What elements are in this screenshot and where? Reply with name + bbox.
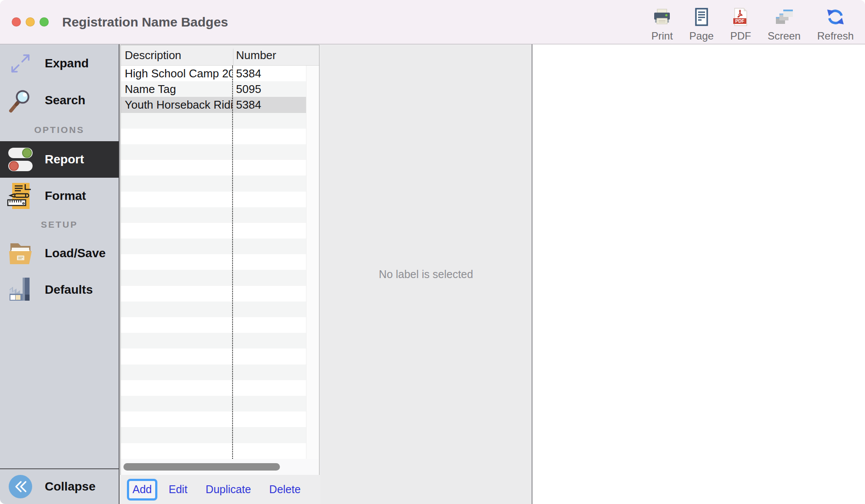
sidebar-item-label: Report: [45, 153, 84, 166]
label-list-panel: Description Number High School Camp 20..…: [120, 45, 319, 475]
table-row[interactable]: Youth Horseback Ridi... 5384: [121, 97, 306, 113]
refresh-label: Refresh: [817, 30, 854, 42]
zoom-button[interactable]: [40, 17, 49, 27]
title-bar: Registration Name Badges Print: [0, 0, 865, 44]
folder-icon: [6, 239, 35, 268]
screen-label: Screen: [768, 30, 801, 42]
report-toggles-icon: [6, 145, 35, 174]
list-button-bar: Add Edit Duplicate Delete: [120, 475, 320, 504]
print-button[interactable]: Print: [651, 0, 672, 42]
sidebar-section-setup: SETUP: [0, 214, 119, 235]
cell-number: 5384: [232, 67, 306, 80]
page-label: Page: [689, 30, 714, 42]
label-list-header: Description Number: [121, 45, 319, 66]
sidebar-item-label: Collapse: [45, 480, 96, 494]
table-row[interactable]: [121, 113, 306, 129]
cell-description: Youth Horseback Ridi...: [121, 98, 232, 112]
window-body: Expand Search OPTIONS: [0, 44, 865, 504]
table-row[interactable]: [121, 411, 306, 427]
table-row[interactable]: [121, 254, 306, 270]
column-header-number[interactable]: Number: [232, 49, 306, 62]
table-row[interactable]: [121, 443, 306, 459]
delete-button[interactable]: Delete: [269, 483, 300, 496]
add-button-focus-ring: Add: [127, 479, 157, 501]
sidebar-item-format[interactable]: Format: [0, 178, 119, 214]
traffic-lights: [12, 17, 49, 27]
sidebar-item-search[interactable]: Search: [0, 82, 119, 119]
table-row[interactable]: [121, 333, 306, 348]
refresh-button[interactable]: Refresh: [817, 0, 854, 42]
collapse-chevrons-icon: [6, 472, 35, 501]
cell-description: Name Tag: [121, 83, 232, 96]
minimize-button[interactable]: [26, 17, 35, 27]
sidebar-item-label: Defaults: [45, 283, 93, 297]
close-button[interactable]: [12, 17, 21, 27]
table-row[interactable]: [121, 317, 306, 333]
refresh-icon: [825, 7, 845, 29]
preview-canvas: [532, 44, 865, 504]
screen-windows-icon: [774, 7, 794, 29]
sidebar-item-expand[interactable]: Expand: [0, 45, 119, 82]
print-label: Print: [651, 30, 672, 42]
sidebar-item-collapse[interactable]: Collapse: [0, 469, 119, 504]
table-row[interactable]: [121, 380, 306, 396]
duplicate-button[interactable]: Duplicate: [206, 483, 251, 496]
table-row[interactable]: [121, 286, 306, 302]
page-icon: [692, 7, 712, 29]
header-column-divider: [233, 49, 233, 65]
sidebar-spacer: [0, 308, 119, 468]
table-row[interactable]: [121, 396, 306, 411]
pdf-button[interactable]: PDF PDF: [730, 0, 751, 42]
table-row[interactable]: High School Camp 20... 5384: [121, 66, 306, 81]
sidebar-section-options: OPTIONS: [0, 119, 119, 141]
horizontal-scrollbar-track[interactable]: [121, 459, 319, 475]
table-row[interactable]: [121, 427, 306, 443]
sidebar-item-defaults[interactable]: Defaults: [0, 272, 119, 308]
expand-arrows-icon: [6, 49, 35, 78]
pdf-label: PDF: [730, 30, 751, 42]
edit-button[interactable]: Edit: [169, 483, 187, 496]
table-row[interactable]: [121, 176, 306, 191]
label-list-rows: High School Camp 20... 5384 Name Tag 509…: [121, 66, 306, 459]
window-title: Registration Name Badges: [62, 15, 228, 30]
table-row[interactable]: [121, 365, 306, 380]
empty-selection-message: No label is selected: [379, 268, 473, 281]
pdf-icon: PDF: [731, 7, 751, 29]
table-row[interactable]: [121, 302, 306, 317]
format-ruler-pencil-icon: [6, 182, 35, 210]
column-divider-dotted: [232, 66, 233, 459]
page-button[interactable]: Page: [689, 0, 714, 42]
screen-button[interactable]: Screen: [768, 0, 801, 42]
cell-description: High School Camp 20...: [121, 67, 232, 80]
table-row[interactable]: [121, 129, 306, 144]
printer-icon: [652, 7, 672, 29]
sidebar: Expand Search OPTIONS: [0, 44, 119, 504]
preview-panel: No label is selected: [320, 44, 532, 504]
vertical-scrollbar-track[interactable]: [306, 66, 319, 459]
svg-text:PDF: PDF: [735, 18, 745, 23]
table-row[interactable]: [121, 270, 306, 285]
column-header-description[interactable]: Description: [121, 49, 232, 62]
horizontal-scrollbar-thumb[interactable]: [123, 463, 280, 471]
table-row[interactable]: [121, 223, 306, 239]
toolbar: Print Page: [651, 0, 854, 44]
sidebar-item-label: Load/Save: [45, 246, 106, 260]
table-row[interactable]: [121, 239, 306, 254]
sidebar-item-label: Search: [45, 93, 85, 107]
app-window: Registration Name Badges Print: [0, 0, 865, 504]
table-row[interactable]: Name Tag 5095: [121, 81, 306, 97]
sidebar-item-label: Format: [45, 189, 86, 203]
defaults-chart-icon: [6, 275, 35, 304]
sidebar-item-label: Expand: [45, 56, 89, 70]
sidebar-item-report[interactable]: Report: [0, 141, 119, 178]
search-magnifier-icon: [6, 86, 35, 115]
table-row[interactable]: [121, 348, 306, 364]
table-row[interactable]: [121, 192, 306, 207]
sidebar-item-loadsave[interactable]: Load/Save: [0, 235, 119, 272]
table-row[interactable]: [121, 160, 306, 176]
table-row[interactable]: [121, 207, 306, 223]
add-button[interactable]: Add: [133, 483, 152, 496]
label-list-column: Description Number High School Camp 20..…: [120, 44, 320, 504]
table-row[interactable]: [121, 144, 306, 160]
cell-number: 5384: [232, 98, 306, 112]
